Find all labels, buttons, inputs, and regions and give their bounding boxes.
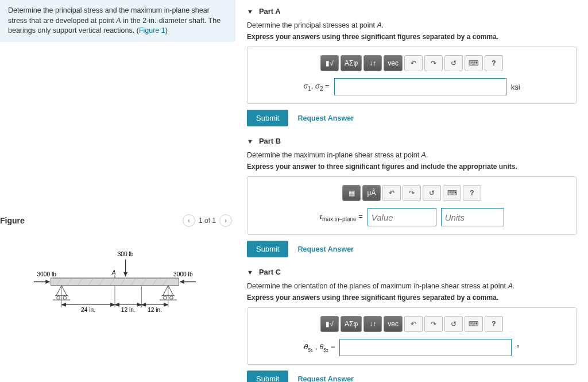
svg-marker-27: [45, 279, 49, 283]
toolbar-undo-button[interactable]: ↶: [404, 316, 423, 332]
svg-marker-44: [141, 303, 145, 306]
part-a-request-answer-link[interactable]: Request Answer: [297, 114, 353, 122]
collapse-caret-icon: ▼: [247, 8, 253, 15]
part-a-prompt: Determine the principal stresses at poin…: [247, 21, 577, 29]
toolbar-templates-button[interactable]: ▮√: [320, 55, 339, 71]
toolbar-redo-button[interactable]: ↷: [403, 185, 421, 201]
svg-point-23: [164, 296, 167, 299]
part-c-request-answer-link[interactable]: Request Answer: [297, 375, 353, 383]
part-b-request-answer-link[interactable]: Request Answer: [297, 245, 353, 253]
part-c-label: Part C: [259, 268, 281, 276]
svg-marker-45: [164, 303, 168, 306]
part-a-answer-box: ▮√ ΑΣφ ↓↑ vec ↶ ↷ ↺ ⌨ ? σ1, σ2 = ksi: [247, 47, 577, 104]
pager-next-button[interactable]: ›: [219, 214, 232, 227]
part-b-answer-box: ▦ μÅ ↶ ↷ ↺ ⌨ ? τmax in–plane =: [247, 176, 577, 235]
svg-text:24 in.: 24 in.: [81, 306, 95, 312]
figure-heading: Figure: [0, 216, 25, 225]
svg-text:3000 lb: 3000 lb: [173, 271, 193, 277]
toolbar-keyboard-button[interactable]: ⌨: [443, 185, 461, 201]
svg-marker-38: [61, 303, 65, 306]
toolbar-help-button[interactable]: ?: [463, 185, 481, 201]
toolbar-templates-button[interactable]: ▮√: [320, 316, 339, 332]
figure-link[interactable]: Figure 1: [139, 26, 165, 34]
toolbar-subscript-button[interactable]: ↓↑: [363, 55, 382, 71]
part-a-label: Part A: [259, 7, 281, 16]
toolbar-reset-button[interactable]: ↺: [444, 55, 463, 71]
svg-point-24: [170, 296, 173, 299]
pager-text: 1 of 1: [199, 217, 216, 225]
svg-rect-0: [51, 278, 179, 285]
part-b-prompt: Determine the maximum in-plane shear str…: [247, 151, 577, 159]
svg-line-15: [61, 285, 67, 296]
toolbar-units-button[interactable]: μÅ: [362, 185, 381, 201]
collapse-caret-icon: ▼: [247, 269, 253, 276]
part-a-unit: ksi: [511, 83, 520, 91]
part-c-header[interactable]: ▼ Part C: [247, 268, 577, 276]
pager-prev-button[interactable]: ‹: [183, 214, 195, 227]
figure-pager: ‹ 1 of 1 ›: [183, 214, 232, 227]
toolbar-help-button[interactable]: ?: [485, 316, 503, 332]
toolbar-vector-button[interactable]: vec: [384, 316, 403, 332]
part-b-units-input[interactable]: [441, 208, 504, 226]
problem-statement: Determine the principal stress and the m…: [0, 0, 235, 42]
part-c-lhs: θs₁ , θs₂ =: [304, 342, 335, 353]
part-c-prompt: Determine the orientation of the planes …: [247, 282, 577, 290]
svg-line-20: [163, 285, 168, 296]
svg-text:12 in.: 12 in.: [148, 306, 162, 312]
figure-diagram: 300 lb 3000 lb 3000 lb A 24 in. 12 in. 1…: [0, 231, 235, 331]
toolbar-subscript-button[interactable]: ↓↑: [363, 316, 382, 332]
part-b-lhs: τmax in–plane =: [319, 212, 363, 222]
toolbar-reset-button[interactable]: ↺: [423, 185, 441, 201]
toolbar-redo-button[interactable]: ↷: [424, 55, 443, 71]
part-c-unit: °: [516, 344, 519, 352]
svg-point-18: [63, 296, 67, 299]
toolbar-reset-button[interactable]: ↺: [444, 316, 463, 332]
toolbar-greek-button[interactable]: ΑΣφ: [341, 316, 362, 332]
part-a-lhs: σ1, σ2 =: [303, 82, 329, 92]
part-b-header[interactable]: ▼ Part B: [247, 137, 577, 145]
svg-marker-31: [123, 272, 127, 276]
svg-text:12 in.: 12 in.: [121, 306, 136, 312]
toolbar-help-button[interactable]: ?: [485, 55, 503, 71]
toolbar-keyboard-button[interactable]: ⌨: [465, 55, 483, 71]
svg-text:A: A: [111, 269, 116, 275]
part-a-answer-input[interactable]: [334, 78, 506, 95]
toolbar-undo-button[interactable]: ↶: [404, 55, 423, 71]
part-b-instruction: Express your answer to three significant…: [247, 163, 577, 171]
part-c-answer-box: ▮√ ΑΣφ ↓↑ vec ↶ ↷ ↺ ⌨ ? θs₁ , θs₂ = °: [247, 307, 577, 365]
toolbar-templates-button[interactable]: ▦: [342, 185, 361, 201]
svg-text:3000 lb: 3000 lb: [37, 271, 56, 277]
part-c-answer-input[interactable]: [339, 339, 512, 356]
collapse-caret-icon: ▼: [247, 138, 253, 145]
svg-text:300 lb: 300 lb: [118, 251, 134, 257]
part-c-submit-button[interactable]: Submit: [247, 371, 288, 382]
toolbar-redo-button[interactable]: ↷: [424, 316, 443, 332]
part-b-value-input[interactable]: [368, 208, 436, 226]
part-a-submit-button[interactable]: Submit: [247, 110, 288, 126]
part-a-header[interactable]: ▼ Part A: [247, 7, 577, 16]
part-b-submit-button[interactable]: Submit: [247, 241, 288, 257]
part-c-instruction: Express your answers using three signifi…: [247, 294, 577, 302]
toolbar-undo-button[interactable]: ↶: [382, 185, 401, 201]
part-b-label: Part B: [259, 137, 281, 145]
svg-point-17: [57, 296, 60, 299]
svg-marker-41: [115, 303, 119, 306]
toolbar-keyboard-button[interactable]: ⌨: [465, 316, 483, 332]
toolbar-vector-button[interactable]: vec: [384, 55, 403, 71]
svg-line-14: [56, 285, 61, 296]
svg-line-21: [168, 285, 173, 296]
svg-marker-29: [180, 279, 184, 283]
toolbar-greek-button[interactable]: ΑΣφ: [341, 55, 362, 71]
part-a-instruction: Express your answers using three signifi…: [247, 33, 577, 41]
